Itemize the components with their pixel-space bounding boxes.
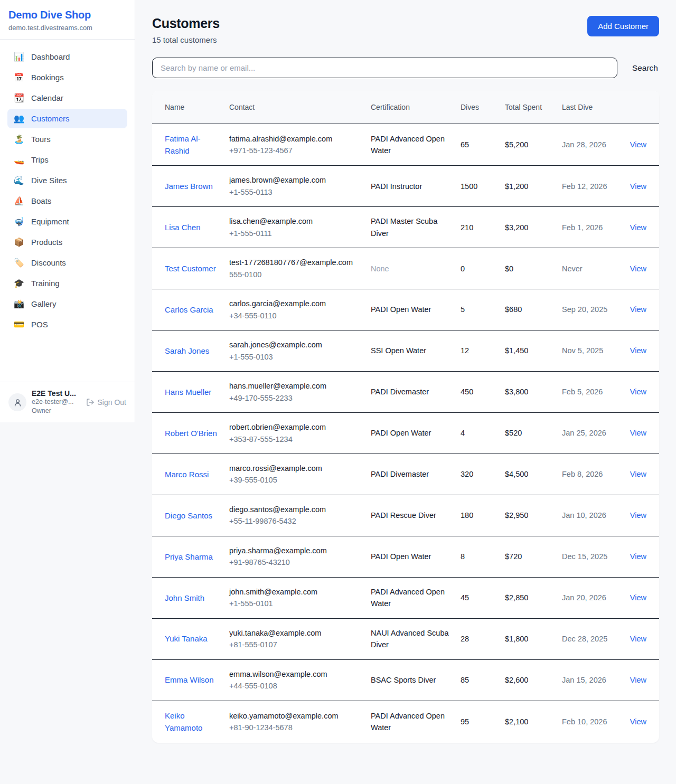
sidebar-item-tours[interactable]: 🏝️ Tours [7,129,127,149]
calendar-icon: 📆 [14,94,24,102]
customer-email: james.brown@example.com [229,174,362,186]
view-link[interactable]: View [630,717,646,726]
customer-certification: PADI Open Water [371,289,461,330]
sidebar-item-customers[interactable]: 👥 Customers [7,109,127,128]
customer-email: priya.sharma@example.com [229,545,362,556]
customer-total-spent: $4,500 [505,454,562,495]
sidebar-item-discounts[interactable]: 🏷️ Discounts [7,253,127,272]
sidebar-item-dive-sites[interactable]: 🌊 Dive Sites [7,171,127,190]
view-link[interactable]: View [630,140,646,149]
sidebar-item-training[interactable]: 🎓 Training [7,273,127,293]
customer-name-link[interactable]: Diego Santos [165,511,212,520]
dive-sites-icon: 🌊 [14,176,24,185]
customer-certification: PADI Advanced Open Water [371,124,461,166]
sidebar-item-trips[interactable]: 🚤 Trips [7,150,127,169]
customer-last-dive: Dec 28, 2025 [562,618,618,659]
customer-email: lisa.chen@example.com [229,215,362,227]
view-link[interactable]: View [630,223,646,232]
table-row: Test Customer test-1772681807767@example… [152,248,659,289]
customer-total-spent: $1,800 [505,618,562,659]
customer-phone: +34-555-0110 [229,310,362,322]
customer-total-spent: $2,850 [505,577,562,618]
customer-name-link[interactable]: Lisa Chen [165,223,201,232]
sidebar-item-label: Discounts [31,258,66,267]
col-header-certification: Certification [371,91,461,124]
table-row: John Smith john.smith@example.com +1-555… [152,577,659,618]
customer-certification: PADI Open Water [371,536,461,577]
sidebar-item-gallery[interactable]: 📸 Gallery [7,294,127,314]
customer-phone: +1-555-0103 [229,351,362,363]
customer-last-dive: Feb 10, 2026 [562,701,618,742]
customer-last-dive: Jan 15, 2026 [562,659,618,701]
customer-email: emma.wilson@example.com [229,668,362,680]
view-link[interactable]: View [630,593,646,602]
customer-dives: 180 [461,495,505,536]
customer-certification: None [371,248,461,289]
customer-last-dive: Jan 25, 2026 [562,413,618,454]
sidebar-nav: 📊 Dashboard 📅 Bookings 📆 Calendar 👥 Cust… [0,40,135,382]
search-button[interactable]: Search [631,61,659,75]
view-link[interactable]: View [630,305,646,314]
customer-name-link[interactable]: Yuki Tanaka [165,634,208,643]
sidebar-item-bookings[interactable]: 📅 Bookings [7,68,127,87]
add-customer-button[interactable]: Add Customer [587,16,659,36]
customer-email: sarah.jones@example.com [229,339,362,351]
customer-name-link[interactable]: Hans Mueller [165,388,211,396]
col-header-dives: Dives [461,91,505,124]
sidebar-item-label: Boats [31,196,51,205]
table-row: Keiko Yamamoto keiko.yamamoto@example.co… [152,701,659,742]
main-content: Customers 15 total customers Add Custome… [135,0,676,757]
customer-last-dive: Feb 8, 2026 [562,454,618,495]
view-link[interactable]: View [630,511,646,519]
customer-name-link[interactable]: Carlos Garcia [165,305,213,314]
view-link[interactable]: View [630,429,646,437]
sidebar-item-boats[interactable]: ⛵ Boats [7,191,127,211]
sidebar-item-label: Gallery [31,299,57,308]
customer-name-link[interactable]: Fatima Al-Rashid [165,134,201,155]
customer-name-link[interactable]: Sarah Jones [165,346,209,355]
customer-total-spent: $680 [505,289,562,330]
sidebar-item-label: Dashboard [31,52,70,61]
customer-phone: +81-555-0107 [229,639,362,650]
search-input[interactable] [152,58,617,78]
view-link[interactable]: View [630,346,646,355]
col-header-last-dive: Last Dive [562,91,618,124]
customer-certification: PADI Advanced Open Water [371,701,461,742]
customer-name-link[interactable]: Marco Rossi [165,470,209,479]
customer-total-spent: $2,600 [505,659,562,701]
customer-dives: 5 [461,289,505,330]
customer-name-link[interactable]: John Smith [165,593,204,602]
shop-domain: demo.test.divestreams.com [8,24,126,32]
customer-dives: 8 [461,536,505,577]
customer-name-link[interactable]: Emma Wilson [165,675,214,684]
customer-phone: +39-555-0105 [229,474,362,486]
view-link[interactable]: View [630,552,646,561]
sidebar-item-label: Trips [31,155,49,164]
customer-dives: 45 [461,577,505,618]
customer-last-dive: Never [562,248,618,289]
customer-name-link[interactable]: Robert O'Brien [165,429,217,438]
sign-out-button[interactable]: Sign Out [86,398,126,407]
customer-name-link[interactable]: Test Customer [165,264,216,273]
view-link[interactable]: View [630,470,646,478]
user-box: E2E Test U... e2e-tester@... Owner Sign … [0,382,135,422]
view-link[interactable]: View [630,676,646,684]
gallery-icon: 📸 [14,300,24,308]
sidebar-item-pos[interactable]: 💳 POS [7,315,127,334]
col-header-name: Name [152,91,229,124]
customers-table-card: Name Contact Certification Dives Total S… [152,91,659,743]
customer-name-link[interactable]: Priya Sharma [165,552,213,561]
customer-name-link[interactable]: Keiko Yamamoto [165,711,202,732]
view-link[interactable]: View [630,388,646,396]
sidebar-item-calendar[interactable]: 📆 Calendar [7,88,127,108]
view-link[interactable]: View [630,635,646,643]
sidebar-item-dashboard[interactable]: 📊 Dashboard [7,47,127,67]
sidebar-item-products[interactable]: 📦 Products [7,232,127,252]
customer-total-spent: $1,450 [505,330,562,372]
customer-email: fatima.alrashid@example.com [229,133,362,145]
view-link[interactable]: View [630,182,646,191]
sidebar-item-equipment[interactable]: 🤿 Equipment [7,212,127,231]
view-link[interactable]: View [630,265,646,273]
customer-name-link[interactable]: James Brown [165,182,213,191]
customer-dives: 4 [461,413,505,454]
